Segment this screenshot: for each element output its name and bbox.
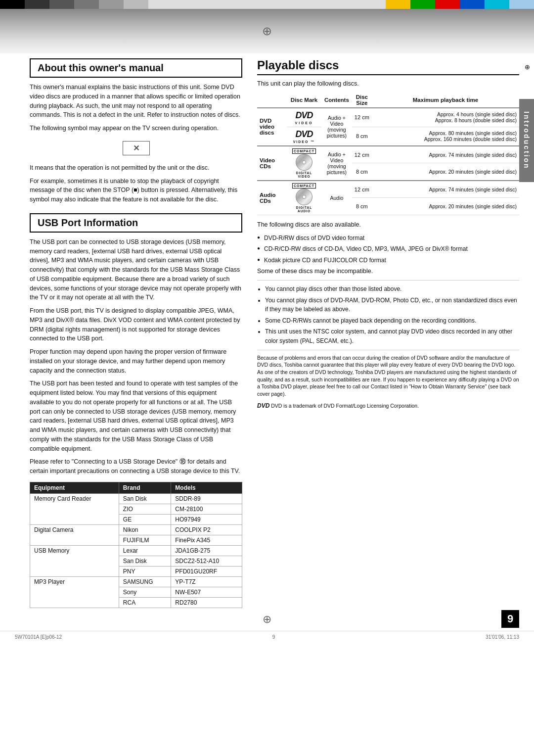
page: ⊕ Introduction About this owner's manual… xyxy=(0,0,534,643)
footer-right: 31'01'06, 11:13 xyxy=(486,634,519,640)
dvd-8cm-time: Approx. 80 minutes (single sided disc) A… xyxy=(372,127,519,146)
brand-sandisk: San Disk xyxy=(119,493,171,504)
header-crosshair-icon: ⊕ xyxy=(262,24,272,38)
disc-row-vcd-12cm: Video CDs COMPACT DIGITAL VIDEO xyxy=(257,146,519,163)
acd-logo-cell: COMPACT DIGITAL AUDIO xyxy=(287,181,321,215)
vcd-logo: COMPACT DIGITAL VIDEO xyxy=(289,148,319,178)
color-block-yellow xyxy=(386,0,410,9)
vcd-logo-cell: COMPACT DIGITAL VIDEO xyxy=(287,146,321,181)
digital-video-label: DIGITAL VIDEO xyxy=(289,171,319,178)
dvd-disc-label: DVD video discs xyxy=(257,108,287,146)
dvd-logo-cell: DVD VIDEO xyxy=(287,108,321,127)
model-ho97949: HO97949 xyxy=(171,514,242,524)
equip-digital-camera: Digital Camera xyxy=(30,524,119,545)
brand-rca: RCA xyxy=(119,597,171,608)
about-section: About this owner's manual This owner's m… xyxy=(30,58,242,204)
header-area: ⊕ xyxy=(0,9,534,53)
table-row: MP3 Player SAMSUNG YP-T7Z xyxy=(30,576,242,587)
about-paragraph-4: For example, sometimes it is unable to s… xyxy=(30,177,242,204)
dvd-8cm-size: 8 cm xyxy=(352,127,372,146)
acd-8cm-size: 8 cm xyxy=(352,198,372,215)
top-color-strip xyxy=(0,0,534,9)
brand-nikon: Nikon xyxy=(119,524,171,535)
color-block-3 xyxy=(49,0,74,9)
divider-1 xyxy=(257,280,519,281)
disc-label-header xyxy=(257,93,287,108)
restrictions-list: You cannot play discs other than those l… xyxy=(257,284,519,346)
color-block-4 xyxy=(74,0,99,9)
list-item-kodak: Kodak picture CD and FUJICOLOR CD format xyxy=(257,256,519,265)
symbol-box-wrapper: ✕ xyxy=(30,137,242,159)
list-item-cdrw: CD-R/CD-RW discs of CD-DA, Video CD, MP3… xyxy=(257,244,519,254)
usb-paragraph-2: From the USB port, this TV is designed t… xyxy=(30,306,242,343)
color-block-2 xyxy=(25,0,49,9)
about-section-title: About this owner's manual xyxy=(30,58,242,78)
usb-paragraph-5: Please refer to "Connecting to a USB Sto… xyxy=(30,457,242,476)
dvd-text: DVD xyxy=(295,110,312,121)
usb-paragraph-1: The USB port can be connected to USB sto… xyxy=(30,237,242,302)
playable-discs-title: Playable discs xyxy=(257,58,519,75)
compact-badge-vcd: COMPACT xyxy=(292,148,316,154)
brand-sony: Sony xyxy=(119,587,171,597)
model-rca: RD2780 xyxy=(171,597,242,608)
equip-usb-memory: USB Memory xyxy=(30,545,119,576)
color-block-6 xyxy=(124,0,148,9)
prohibition-symbol: ✕ xyxy=(123,141,150,155)
models-header: Models xyxy=(171,482,242,493)
model-pny: PFD01GU20RF xyxy=(171,566,242,576)
restriction-2: You cannot play discs of DVD-RAM, DVD-RO… xyxy=(265,296,519,314)
usb-paragraph-3: Proper function may depend upon having t… xyxy=(30,347,242,375)
disc-circle-vcd xyxy=(296,154,312,171)
digital-audio-label: DIGITAL AUDIO xyxy=(289,206,319,213)
dvd-12cm-double: Approx. 8 hours (double sided disc) xyxy=(374,117,517,123)
compact-badge-acd: COMPACT xyxy=(292,183,316,189)
about-paragraph-3: It means that the operation is not permi… xyxy=(30,163,242,173)
color-block-red xyxy=(435,0,460,9)
brand-samsung: SAMSUNG xyxy=(119,576,171,587)
bottom-crosshair-icon: ⊕ xyxy=(0,613,534,626)
usb-section: USB Port Information The USB port can be… xyxy=(30,213,242,608)
color-block-lightblue xyxy=(509,0,534,9)
disc-inner-vcd xyxy=(302,160,306,164)
model-finepix: FinePix A345 xyxy=(171,535,242,545)
closing-paragraph: Because of problems and errors that can … xyxy=(257,354,519,398)
dvd-video-text: VIDEO xyxy=(295,121,313,125)
dvd-12cm-single: Approx. 4 hours (single sided disc) xyxy=(374,111,517,117)
playable-discs-section: Playable discs This unit can play the fo… xyxy=(257,58,519,410)
model-samsung: YP-T7Z xyxy=(171,576,242,587)
color-block-5 xyxy=(99,0,124,9)
incompatible-note: Some of these discs may be incompatible. xyxy=(257,267,519,276)
color-block-blue xyxy=(460,0,485,9)
vcd-8cm-time: Approx. 20 minutes (single sided disc) xyxy=(372,163,519,181)
table-row: USB Memory Lexar JDA1GB-275 xyxy=(30,545,242,556)
brand-sandisk2: San Disk xyxy=(119,556,171,566)
dvd-logo: DVD VIDEO xyxy=(289,110,319,125)
dvd-12cm-time: Approx. 4 hours (single sided disc) Appr… xyxy=(372,108,519,127)
about-paragraph-2: The following symbol may appear on the T… xyxy=(30,124,242,133)
table-row: Memory Card Reader San Disk SDDR-89 xyxy=(30,493,242,504)
brand-zio: ZIO xyxy=(119,504,171,514)
vcd-label: Video CDs xyxy=(257,146,287,181)
dvd-logo2: DVD VIDEO ™ xyxy=(289,129,319,143)
color-block-gap xyxy=(148,0,386,9)
trademark-text: DVD is a trademark of DVD Format/Logo Li… xyxy=(271,403,419,409)
restriction-1: You cannot play discs other than those l… xyxy=(265,284,519,294)
model-coolpix: COOLPIX P2 xyxy=(171,524,242,535)
vcd-12cm-single: Approx. 74 minutes (single sided disc) xyxy=(374,152,517,158)
acd-12cm-time: Approx. 74 minutes (single sided disc) xyxy=(372,181,519,198)
model-cm28100: CM-28100 xyxy=(171,504,242,514)
acd-8cm-time: Approx. 20 minutes (single sided disc) xyxy=(372,198,519,215)
about-paragraph-1: This owner's manual explains the basic i… xyxy=(30,83,242,120)
model-sddr89: SDDR-89 xyxy=(171,493,242,504)
dvd-trademark-logo: DVD xyxy=(257,402,269,409)
dvd-8cm-single: Approx. 80 minutes (single sided disc) xyxy=(374,130,517,136)
vcd-12cm-size: 12 cm xyxy=(352,146,372,163)
footer: 5W70101A [E]p06-12 9 31'01'06, 11:13 xyxy=(0,631,534,643)
model-sandisk2: SDCZ2-512-A10 xyxy=(171,556,242,566)
dvd-contents: Audio + Video (moving pictures) xyxy=(321,108,352,146)
model-lexar: JDA1GB-275 xyxy=(171,545,242,556)
brand-pny: PNY xyxy=(119,566,171,576)
dvd-video-text2: VIDEO ™ xyxy=(293,140,315,143)
equip-mp3-player: MP3 Player xyxy=(30,576,119,608)
vcd-contents: Audio + Video (moving pictures) xyxy=(321,146,352,181)
